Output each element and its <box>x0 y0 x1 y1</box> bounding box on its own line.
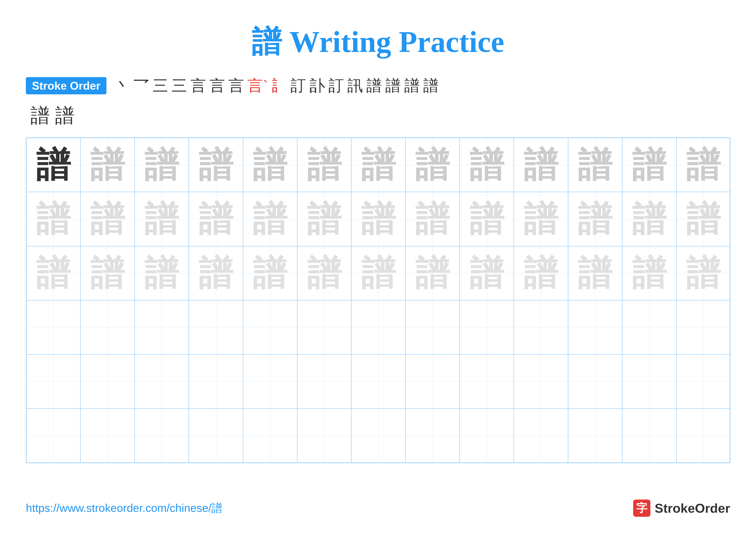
grid-cell-4-7[interactable] <box>351 300 405 354</box>
grid-cell-1-8[interactable]: 譜 <box>406 138 460 192</box>
grid-cell-1-11[interactable]: 譜 <box>568 138 622 192</box>
footer-logo: 字 StrokeOrder <box>633 499 730 517</box>
grid-cell-5-11[interactable] <box>568 355 622 409</box>
grid-cell-3-2[interactable]: 譜 <box>80 246 134 300</box>
grid-cell-5-9[interactable] <box>460 355 514 409</box>
grid-cell-6-4[interactable] <box>189 409 243 463</box>
grid-cell-1-13[interactable]: 譜 <box>676 138 731 192</box>
grid-cell-6-1[interactable] <box>26 409 80 463</box>
stroke-17: 譜 <box>423 75 439 96</box>
grid-cell-2-1[interactable]: 譜 <box>26 192 80 246</box>
grid-cell-4-11[interactable] <box>568 300 622 354</box>
grid-cell-2-5[interactable]: 譜 <box>243 192 297 246</box>
grid-cell-2-7[interactable]: 譜 <box>351 192 405 246</box>
grid-cell-3-7[interactable]: 譜 <box>351 246 405 300</box>
grid-cell-3-3[interactable]: 譜 <box>135 246 189 300</box>
grid-cell-5-2[interactable] <box>80 355 134 409</box>
guide-char: 譜 <box>361 148 396 182</box>
grid-cell-3-9[interactable]: 譜 <box>460 246 514 300</box>
grid-cell-6-2[interactable] <box>80 409 134 463</box>
guide-char: 譜 <box>90 202 125 236</box>
grid-cell-4-13[interactable] <box>676 300 731 354</box>
grid-cell-6-11[interactable] <box>568 409 622 463</box>
grid-cell-2-4[interactable]: 譜 <box>189 192 243 246</box>
grid-cell-1-3[interactable]: 譜 <box>135 138 189 192</box>
grid-cell-1-4[interactable]: 譜 <box>189 138 243 192</box>
grid-cell-6-10[interactable] <box>514 409 568 463</box>
grid-cell-5-3[interactable] <box>135 355 189 409</box>
page-title: 譜 Writing Practice <box>252 21 504 63</box>
grid-cell-1-1[interactable]: 譜 <box>26 138 80 192</box>
grid-cell-4-2[interactable] <box>80 300 134 354</box>
grid-cell-5-6[interactable] <box>297 355 351 409</box>
guide-char: 譜 <box>470 148 504 182</box>
grid-cell-3-11[interactable]: 譜 <box>568 246 622 300</box>
guide-char: 譜 <box>361 202 396 236</box>
grid-cell-2-11[interactable]: 譜 <box>568 192 622 246</box>
grid-cell-1-7[interactable]: 譜 <box>351 138 405 192</box>
grid-cell-1-2[interactable]: 譜 <box>80 138 134 192</box>
stroke-row2: 譜 譜 <box>26 103 730 129</box>
grid-cell-6-8[interactable] <box>406 409 460 463</box>
guide-char: 譜 <box>307 202 341 236</box>
grid-cell-1-9[interactable]: 譜 <box>460 138 514 192</box>
grid-cell-1-12[interactable]: 譜 <box>622 138 676 192</box>
grid-cell-4-8[interactable] <box>406 300 460 354</box>
grid-cell-4-3[interactable] <box>135 300 189 354</box>
grid-cell-5-10[interactable] <box>514 355 568 409</box>
stroke-6: 言 <box>209 75 225 96</box>
grid-cell-3-12[interactable]: 譜 <box>622 246 676 300</box>
grid-cell-4-10[interactable] <box>514 300 568 354</box>
grid-cell-4-1[interactable] <box>26 300 80 354</box>
grid-cell-4-4[interactable] <box>189 300 243 354</box>
guide-char: 譜 <box>199 256 233 291</box>
grid-cell-1-6[interactable]: 譜 <box>297 138 351 192</box>
guide-char: 譜 <box>524 202 558 236</box>
stroke-11: 訃 <box>310 75 325 96</box>
grid-cell-6-12[interactable] <box>622 409 676 463</box>
grid-cell-3-1[interactable]: 譜 <box>26 246 80 300</box>
grid-cell-5-7[interactable] <box>351 355 405 409</box>
grid-row-6 <box>26 409 730 463</box>
grid-row-4 <box>26 300 730 354</box>
grid-cell-6-3[interactable] <box>135 409 189 463</box>
grid-cell-1-5[interactable]: 譜 <box>243 138 297 192</box>
grid-cell-5-12[interactable] <box>622 355 676 409</box>
grid-cell-5-5[interactable] <box>243 355 297 409</box>
grid-cell-4-6[interactable] <box>297 300 351 354</box>
guide-char: 譜 <box>470 202 504 236</box>
grid-cell-6-9[interactable] <box>460 409 514 463</box>
grid-cell-3-5[interactable]: 譜 <box>243 246 297 300</box>
grid-cell-2-9[interactable]: 譜 <box>460 192 514 246</box>
guide-char: 譜 <box>199 148 233 182</box>
grid-cell-3-6[interactable]: 譜 <box>297 246 351 300</box>
grid-cell-2-3[interactable]: 譜 <box>135 192 189 246</box>
grid-cell-4-5[interactable] <box>243 300 297 354</box>
grid-cell-3-4[interactable]: 譜 <box>189 246 243 300</box>
guide-char: 譜 <box>145 256 179 291</box>
grid-cell-2-10[interactable]: 譜 <box>514 192 568 246</box>
grid-cell-5-8[interactable] <box>406 355 460 409</box>
grid-cell-5-13[interactable] <box>676 355 731 409</box>
grid-cell-5-4[interactable] <box>189 355 243 409</box>
stroke-12: 訂 <box>328 75 344 96</box>
grid-cell-1-10[interactable]: 譜 <box>514 138 568 192</box>
grid-cell-6-13[interactable] <box>676 409 731 463</box>
grid-cell-3-13[interactable]: 譜 <box>676 246 731 300</box>
grid-cell-6-5[interactable] <box>243 409 297 463</box>
grid-cell-3-10[interactable]: 譜 <box>514 246 568 300</box>
guide-char: 譜 <box>307 256 341 291</box>
grid-cell-4-9[interactable] <box>460 300 514 354</box>
grid-cell-4-12[interactable] <box>622 300 676 354</box>
grid-cell-6-7[interactable] <box>351 409 405 463</box>
grid-cell-2-2[interactable]: 譜 <box>80 192 134 246</box>
grid-cell-3-8[interactable]: 譜 <box>406 246 460 300</box>
grid-cell-5-1[interactable] <box>26 355 80 409</box>
grid-cell-2-8[interactable]: 譜 <box>406 192 460 246</box>
grid-cell-2-12[interactable]: 譜 <box>622 192 676 246</box>
stroke-2: 乛 <box>134 75 149 96</box>
guide-char: 譜 <box>361 256 396 291</box>
grid-cell-6-6[interactable] <box>297 409 351 463</box>
grid-cell-2-6[interactable]: 譜 <box>297 192 351 246</box>
grid-cell-2-13[interactable]: 譜 <box>676 192 731 246</box>
